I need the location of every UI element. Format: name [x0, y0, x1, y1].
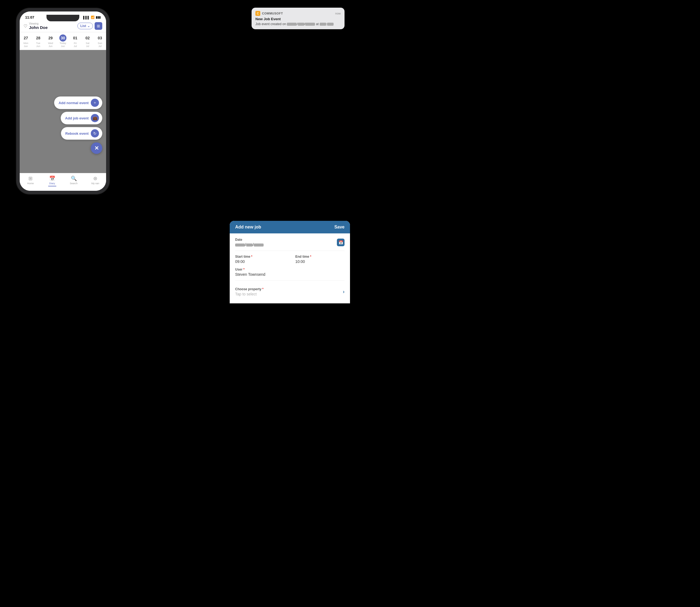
- date-section: Date // 📅: [235, 238, 345, 251]
- cal-day-02[interactable]: 02 Sat Jul: [81, 33, 94, 49]
- cal-day-weekday: Sat: [86, 42, 90, 45]
- modal-save-button[interactable]: Save: [334, 225, 345, 230]
- notif-header: C COMMUSOFT now: [255, 11, 341, 16]
- cal-day-weekday: Wed: [48, 42, 53, 45]
- cal-day-month: Jun: [24, 45, 28, 47]
- cal-day-num: 27: [22, 35, 29, 42]
- search-icon: 🔍: [71, 175, 77, 182]
- cal-day-weekday: Tue: [36, 42, 40, 45]
- date-redacted1: [235, 244, 245, 247]
- cal-day-30-today[interactable]: 30 Today Jun: [57, 33, 69, 49]
- nav-home-label: Home: [27, 182, 34, 185]
- header-left: ♡ Viewing John Doe: [23, 22, 47, 30]
- commusoft-app-icon: C: [255, 11, 260, 16]
- list-label: List: [80, 24, 86, 28]
- modal-body: Date // 📅 Start time *: [230, 233, 350, 304]
- user-field: User * Steven Townsend: [235, 268, 345, 277]
- bottom-navigation: ⊞ Home 📅 Diary 🔍 Search ⊛ My van: [20, 173, 106, 191]
- add-normal-event-button[interactable]: Add normal event ＋: [54, 97, 102, 109]
- user-label: User *: [235, 268, 345, 271]
- grid-icon: ⊞: [97, 24, 100, 28]
- property-placeholder: Tap to select: [235, 292, 264, 296]
- date-label: Date: [235, 238, 264, 242]
- redacted-date1: [287, 23, 297, 26]
- cal-day-29[interactable]: 29 Wed Jun: [44, 33, 57, 49]
- home-icon: ⊞: [28, 175, 33, 182]
- notif-at: at: [316, 22, 318, 26]
- nav-search-label: Search: [70, 182, 78, 185]
- notification-banner: C COMMUSOFT now New Job Event Job event …: [251, 8, 345, 29]
- cal-day-03[interactable]: 03 Sun Jul: [94, 33, 106, 49]
- user-info: Viewing John Doe: [29, 22, 47, 30]
- choose-property-section[interactable]: Choose property * Tap to select ›: [235, 285, 345, 299]
- fab-group: Add normal event ＋ Add job event 💼 Reboo…: [54, 97, 102, 154]
- status-icons: ▌▌▌ 📶 ▮▮▮: [83, 16, 101, 19]
- fab-close-button[interactable]: ✕: [91, 142, 102, 154]
- main-calendar-area: Add normal event ＋ Add job event 💼 Reboo…: [20, 50, 106, 173]
- rebook-event-button[interactable]: Rebook event ↻: [61, 127, 102, 140]
- date-picker-icon[interactable]: 📅: [337, 238, 345, 246]
- plus-icon: ＋: [91, 99, 99, 107]
- cal-day-num: 03: [96, 35, 103, 42]
- redacted-time2: [327, 23, 334, 26]
- rebook-event-label: Rebook event: [65, 131, 88, 135]
- wifi-icon: 📶: [91, 16, 95, 19]
- choose-property-field: Choose property * Tap to select: [235, 287, 264, 296]
- cal-day-27[interactable]: 27 Mon Jun: [20, 33, 32, 49]
- nav-myvan[interactable]: ⊛ My van: [84, 175, 106, 186]
- cal-day-num: 29: [47, 35, 54, 42]
- add-job-event-label: Add job event: [65, 116, 88, 120]
- calendar-icon: 📅: [338, 240, 343, 245]
- cal-day-weekday: Sun: [98, 42, 102, 45]
- briefcase-icon: 💼: [91, 114, 99, 122]
- status-time: 11:07: [25, 15, 34, 19]
- list-view-button[interactable]: List ⌄: [77, 23, 93, 29]
- redacted-date3: [305, 23, 315, 26]
- end-time-label: End time *: [295, 255, 345, 258]
- time-row: Start time * 09:00 End time * 10:00: [235, 255, 345, 264]
- user-name: John Doe: [29, 25, 47, 30]
- nav-diary[interactable]: 📅 Diary: [41, 175, 63, 186]
- cal-day-month: Jul: [74, 45, 77, 47]
- date-redacted3: [254, 244, 264, 247]
- app-header: ♡ Viewing John Doe List ⌄ ⊞: [20, 21, 106, 32]
- cal-day-month: Jul: [86, 45, 89, 47]
- cal-day-month: Jun: [49, 45, 53, 47]
- notif-body-prefix: Job event created on: [255, 22, 286, 26]
- cal-day-num: 01: [71, 35, 79, 42]
- cal-day-28[interactable]: 28 Tue Jun: [32, 33, 44, 49]
- battery-icon: ▮▮▮: [96, 16, 101, 19]
- property-label: Choose property *: [235, 287, 264, 291]
- active-indicator: [48, 186, 56, 186]
- nav-home[interactable]: ⊞ Home: [20, 175, 41, 186]
- nav-search[interactable]: 🔍 Search: [63, 175, 84, 186]
- cal-day-weekday: Mon: [23, 42, 28, 45]
- property-req: *: [262, 287, 264, 291]
- cal-day-month: Jul: [99, 45, 102, 47]
- calendar-strip: 27 Mon Jun 28 Tue Jun 29 Wed Jun 30 Toda…: [20, 32, 106, 50]
- notif-time: now: [335, 12, 341, 15]
- heart-icon: ♡: [23, 23, 27, 29]
- cal-day-num: 02: [84, 35, 91, 42]
- cal-day-month: Jun: [61, 45, 65, 47]
- date-redacted2: [246, 244, 253, 247]
- signal-icon: ▌▌▌: [83, 16, 90, 19]
- chevron-down-icon: ⌄: [87, 24, 90, 28]
- nav-myvan-label: My van: [91, 182, 99, 185]
- start-time-value[interactable]: 09:00: [235, 259, 284, 264]
- cal-day-num: 28: [35, 35, 42, 42]
- user-value[interactable]: Steven Townsend: [235, 272, 345, 277]
- end-time-col: End time * 10:00: [295, 255, 345, 264]
- calendar-view-button[interactable]: ⊞: [95, 22, 102, 30]
- myvan-icon: ⊛: [93, 175, 97, 182]
- close-icon: ✕: [94, 145, 99, 151]
- end-time-value[interactable]: 10:00: [295, 259, 345, 264]
- modal-title: Add new job: [235, 225, 261, 230]
- start-time-col: Start time * 09:00: [235, 255, 284, 264]
- add-job-event-button[interactable]: Add job event 💼: [61, 112, 102, 124]
- nav-diary-label: Diary: [49, 182, 55, 185]
- diary-icon: 📅: [49, 175, 55, 182]
- end-time-req: *: [310, 255, 311, 258]
- cal-day-01[interactable]: 01 Fri Jul: [69, 33, 81, 49]
- user-req: *: [243, 268, 245, 271]
